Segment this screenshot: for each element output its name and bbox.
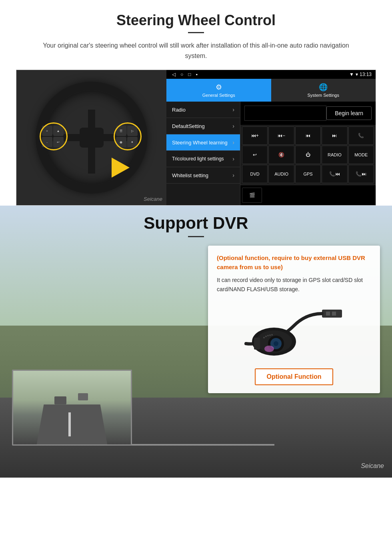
- ctrl-mode[interactable]: MODE: [348, 146, 374, 164]
- vent-4: [269, 334, 271, 336]
- ctrl-vol-down[interactable]: ⏮−: [268, 126, 294, 145]
- steering-composite: + ▲ - ↩ ☰ ▷ ◉ ✦ Seicane: [16, 70, 376, 206]
- section-dvr: Support DVR (Optional function, require …: [0, 206, 392, 478]
- ctrl-dvd[interactable]: DVD: [242, 165, 268, 183]
- section1-description: Your original car's steering wheel contr…: [32, 40, 360, 61]
- android-tabs: ⚙ General Settings 🌐 System Settings: [166, 79, 376, 102]
- android-panel: ◁ ○ □ ▪ ▼ ▾ 13:13 ⚙ General Settings: [166, 70, 376, 205]
- system-settings-icon: 🌐: [319, 83, 328, 92]
- nav-icons: ◁ ○ □ ▪: [170, 72, 347, 77]
- camera-svg: [234, 302, 354, 362]
- dvr-optional-text: (Optional function, require to buy exter…: [217, 254, 371, 272]
- menu-whitelist-label: Whitelist setting: [172, 172, 208, 178]
- menu-item-radio[interactable]: Radio ›: [166, 102, 240, 118]
- android-menu: Radio › DefaultSetting › Steering Wheel …: [166, 102, 376, 205]
- default-chevron-icon: ›: [232, 123, 234, 129]
- camera-lens-core: [274, 341, 278, 346]
- sw-circle-right: [114, 122, 142, 150]
- recent-nav-icon[interactable]: □: [188, 72, 191, 77]
- menu-nav-icon[interactable]: ▪: [196, 72, 198, 77]
- menu-item-steering-wheel[interactable]: Steering Wheel learning ›: [166, 134, 240, 151]
- control-button-grid: ⏮+ ⏮− ⏮ ⏭ 📞 ↩ 🔇 ⏻ RADIO MODE DVD AUDIO: [240, 125, 376, 185]
- ctrl-radio[interactable]: RADIO: [322, 146, 347, 164]
- general-settings-icon: ⚙: [216, 83, 222, 92]
- menu-content: Begin learn ⏮+ ⏮− ⏮ ⏭ 📞 ↩ 🔇 ⏻ R: [240, 102, 376, 205]
- menu-item-default-setting[interactable]: DefaultSetting ›: [166, 118, 240, 134]
- ctrl-dvd-icon[interactable]: 🎬: [242, 188, 262, 203]
- dashcam-car-1: [54, 396, 66, 404]
- dvr-road-line: [118, 444, 274, 446]
- home-nav-icon[interactable]: ○: [180, 72, 183, 77]
- status-time: 13:13: [360, 72, 372, 77]
- radio-chevron-icon: ›: [232, 106, 234, 113]
- ctrl-next[interactable]: ⏭: [322, 126, 347, 145]
- seicane-watermark-1: Seicane: [144, 196, 162, 202]
- tab-system-label: System Settings: [308, 93, 339, 98]
- optional-function-button[interactable]: Optional Function: [255, 368, 334, 385]
- ctrl-vol-up[interactable]: ⏮+: [242, 126, 268, 145]
- steering-chevron-icon: ›: [232, 139, 234, 146]
- tricolour-chevron-icon: ›: [232, 156, 234, 162]
- vent-3: [267, 335, 269, 336]
- ctrl-audio[interactable]: AUDIO: [268, 165, 294, 183]
- tab-system-settings[interactable]: 🌐 System Settings: [271, 79, 376, 102]
- menu-steering-label: Steering Wheel learning: [172, 140, 228, 146]
- android-statusbar: ◁ ○ □ ▪ ▼ ▾ 13:13: [166, 70, 376, 79]
- dashcam-inner-view: [13, 371, 131, 444]
- ctrl-prev[interactable]: ⏮: [295, 126, 321, 145]
- ctrl-call[interactable]: 📞: [348, 126, 374, 145]
- svg-rect-0: [326, 312, 330, 316]
- status-bar-right: ▼ ▾ 13:13: [349, 72, 372, 77]
- menu-radio-label: Radio: [172, 107, 186, 113]
- dvr-description-text: It can record video only to storage in G…: [217, 276, 371, 294]
- menu-item-whitelist[interactable]: Whitelist setting ›: [166, 167, 240, 184]
- ctrl-mute[interactable]: 🔇: [268, 146, 294, 164]
- vent-5: [271, 334, 273, 336]
- dvr-info-card: (Optional function, require to buy exter…: [208, 246, 380, 393]
- menu-default-label: DefaultSetting: [172, 123, 205, 129]
- dashcam-preview-view: [12, 370, 132, 446]
- seicane-footer-watermark: Seicane: [361, 462, 384, 470]
- lens-flare: [264, 346, 274, 352]
- dashcam-lane-marker: [68, 412, 71, 436]
- sw-circle-left: [40, 122, 68, 150]
- begin-learn-button[interactable]: Begin learn: [326, 106, 372, 120]
- steering-wheel-photo: + ▲ - ↩ ☰ ▷ ◉ ✦ Seicane: [16, 70, 166, 205]
- whitelist-chevron-icon: ›: [232, 172, 234, 178]
- ctrl-phone-next[interactable]: 📞⏭: [348, 165, 374, 183]
- dashcam-road: [37, 404, 107, 444]
- tab-general-label: General Settings: [202, 93, 235, 98]
- dvr-background: Support DVR (Optional function, require …: [0, 206, 392, 478]
- section-steering-wheel: Steering Wheel Control Your original car…: [0, 0, 392, 206]
- optional-function-wrapper: Optional Function: [217, 364, 371, 385]
- tab-general-settings[interactable]: ⚙ General Settings: [166, 79, 271, 102]
- vent-2: [265, 336, 267, 337]
- svg-rect-1: [332, 312, 336, 316]
- section1-divider: [188, 32, 204, 33]
- dvr-title-overlay: Support DVR: [0, 206, 392, 237]
- section1-title: Steering Wheel Control: [16, 12, 376, 29]
- begin-learn-row: Begin learn: [240, 102, 376, 125]
- back-nav-icon[interactable]: ◁: [172, 72, 176, 77]
- wifi-icon: ▾: [356, 72, 358, 77]
- ctrl-power[interactable]: ⏻: [295, 146, 321, 164]
- ctrl-gps[interactable]: GPS: [295, 165, 321, 183]
- menu-tricolour-label: Tricoloured light settings: [172, 156, 224, 162]
- dvr-section-title: Support DVR: [0, 214, 392, 233]
- vent-1: [263, 337, 265, 338]
- dvr-camera-illustration: [217, 300, 371, 364]
- camera-mount: [254, 338, 260, 350]
- menu-item-tricolour[interactable]: Tricoloured light settings ›: [166, 151, 240, 167]
- menu-list: Radio › DefaultSetting › Steering Wheel …: [166, 102, 240, 205]
- yellow-arrow: [112, 158, 130, 178]
- ctrl-hangup[interactable]: ↩: [242, 146, 268, 164]
- dvr-title-divider: [188, 236, 204, 237]
- steering-wheel-graphic: + ▲ - ↩ ☰ ▷ ◉ ✦: [24, 78, 160, 198]
- dashcam-car-2: [78, 393, 88, 400]
- sw-center-hub: [80, 128, 104, 148]
- signal-icon: ▼: [349, 72, 354, 77]
- ctrl-phone-prev[interactable]: 📞⏮: [322, 165, 347, 183]
